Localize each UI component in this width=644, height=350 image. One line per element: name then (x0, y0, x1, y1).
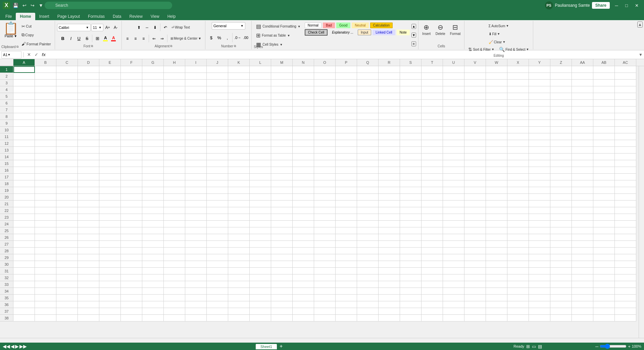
cell-X38[interactable] (507, 315, 529, 321)
cell-D12[interactable] (78, 140, 99, 147)
cell-R24[interactable] (379, 221, 400, 227)
cell-A37[interactable] (13, 308, 35, 315)
cell-E27[interactable] (99, 241, 121, 248)
cell-Q28[interactable] (357, 248, 379, 254)
cell-R19[interactable] (379, 187, 400, 194)
cell-T13[interactable] (422, 147, 443, 154)
cell-X11[interactable] (507, 133, 529, 140)
cell-K34[interactable] (228, 288, 250, 295)
cell-L34[interactable] (250, 288, 271, 295)
cell-F3[interactable] (121, 80, 142, 86)
cell-I32[interactable] (185, 274, 207, 281)
cell-J11[interactable] (207, 133, 228, 140)
cell-N9[interactable] (293, 120, 314, 127)
cell-X34[interactable] (507, 288, 529, 295)
cell-W3[interactable] (486, 80, 507, 86)
cell-S8[interactable] (400, 113, 422, 120)
cell-D3[interactable] (78, 80, 99, 86)
cell-A18[interactable] (13, 180, 35, 187)
row-header-3[interactable]: 3 (0, 80, 13, 86)
redo-button[interactable]: ↪ (29, 2, 36, 9)
cell-F37[interactable] (121, 308, 142, 315)
cell-P14[interactable] (336, 154, 357, 160)
cell-S18[interactable] (400, 180, 422, 187)
cell-R33[interactable] (379, 281, 400, 288)
formula-cancel-button[interactable]: ✕ (26, 51, 32, 58)
cell-K23[interactable] (228, 214, 250, 221)
cell-AA12[interactable] (572, 140, 593, 147)
cell-L18[interactable] (250, 180, 271, 187)
cell-E32[interactable] (99, 274, 121, 281)
cell-J8[interactable] (207, 113, 228, 120)
cell-R11[interactable] (379, 133, 400, 140)
cell-W4[interactable] (486, 86, 507, 93)
cell-L16[interactable] (250, 167, 271, 174)
cell-F23[interactable] (121, 214, 142, 221)
cell-N20[interactable] (293, 194, 314, 201)
cell-J37[interactable] (207, 308, 228, 315)
cell-G36[interactable] (142, 301, 164, 308)
cell-G37[interactable] (142, 308, 164, 315)
cell-P28[interactable] (336, 248, 357, 254)
cell-U11[interactable] (443, 133, 464, 140)
wrap-text-button[interactable]: ⏎ Wrap Text (170, 24, 192, 31)
cell-F1[interactable] (121, 66, 142, 73)
cell-B24[interactable] (35, 221, 56, 227)
cell-K38[interactable] (228, 315, 250, 321)
cell-R4[interactable] (379, 86, 400, 93)
cell-AB30[interactable] (593, 261, 615, 268)
cell-I11[interactable] (185, 133, 207, 140)
col-header-s[interactable]: S (400, 59, 422, 66)
cell-B19[interactable] (35, 187, 56, 194)
cell-AC24[interactable] (615, 221, 636, 227)
cell-K1[interactable] (228, 66, 250, 73)
cell-R18[interactable] (379, 180, 400, 187)
cell-R28[interactable] (379, 248, 400, 254)
cell-W17[interactable] (486, 174, 507, 180)
cell-R16[interactable] (379, 167, 400, 174)
cell-Z30[interactable] (550, 261, 572, 268)
col-header-i[interactable]: I (185, 59, 207, 66)
cell-B31[interactable] (35, 268, 56, 274)
cell-Z8[interactable] (550, 113, 572, 120)
cell-S11[interactable] (400, 133, 422, 140)
cell-X2[interactable] (507, 73, 529, 80)
cell-Z12[interactable] (550, 140, 572, 147)
cell-H29[interactable] (164, 254, 185, 261)
merge-center-button[interactable]: ⊞ Merge & Center ▼ (169, 35, 203, 42)
style-calculation[interactable]: Calculation (370, 23, 393, 28)
cell-T14[interactable] (422, 154, 443, 160)
cell-E15[interactable] (99, 160, 121, 167)
cell-C1[interactable] (56, 66, 78, 73)
cell-Z28[interactable] (550, 248, 572, 254)
cell-AA18[interactable] (572, 180, 593, 187)
cell-G4[interactable] (142, 86, 164, 93)
cell-T34[interactable] (422, 288, 443, 295)
cell-K28[interactable] (228, 248, 250, 254)
cell-J6[interactable] (207, 100, 228, 106)
cell-K7[interactable] (228, 106, 250, 113)
cell-AB17[interactable] (593, 174, 615, 180)
cell-U12[interactable] (443, 140, 464, 147)
cell-Y32[interactable] (529, 274, 550, 281)
cell-K12[interactable] (228, 140, 250, 147)
cell-F16[interactable] (121, 167, 142, 174)
cell-A2[interactable] (13, 73, 35, 80)
cell-F36[interactable] (121, 301, 142, 308)
cell-O1[interactable] (314, 66, 336, 73)
cell-W14[interactable] (486, 154, 507, 160)
cell-A38[interactable] (13, 315, 35, 321)
cell-Y4[interactable] (529, 86, 550, 93)
cell-N29[interactable] (293, 254, 314, 261)
ribbon-collapse-button[interactable]: ▲ (637, 21, 643, 28)
format-button[interactable]: ⊟ Format (448, 22, 462, 37)
cell-AC26[interactable] (615, 234, 636, 241)
cell-N37[interactable] (293, 308, 314, 315)
cell-AB14[interactable] (593, 154, 615, 160)
cell-AB8[interactable] (593, 113, 615, 120)
cell-C5[interactable] (56, 93, 78, 100)
format-painter-button[interactable]: 🖌 Format Painter (20, 40, 53, 48)
cell-W34[interactable] (486, 288, 507, 295)
cell-D9[interactable] (78, 120, 99, 127)
cell-I19[interactable] (185, 187, 207, 194)
